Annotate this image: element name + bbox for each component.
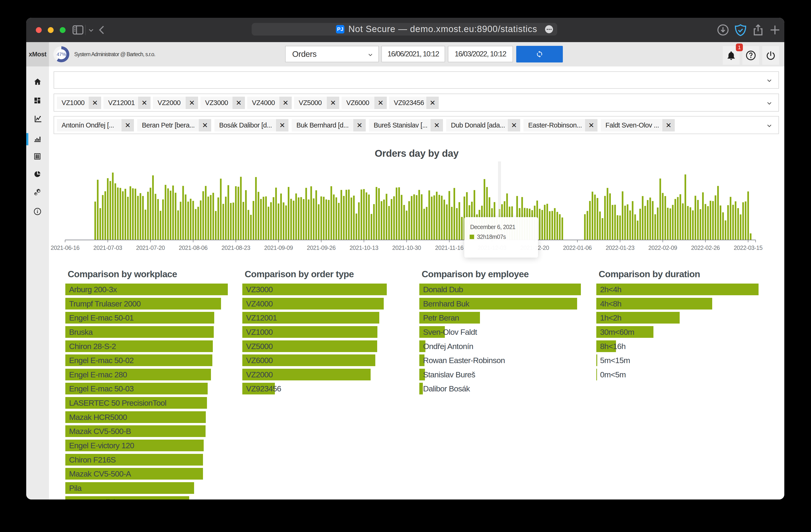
svg-text:2021-09-26: 2021-09-26 (307, 245, 336, 251)
svg-text:2021-09-09: 2021-09-09 (264, 245, 293, 251)
svg-text:2021-06-16: 2021-06-16 (51, 245, 80, 251)
svg-text:2021-07-03: 2021-07-03 (93, 245, 122, 251)
svg-text:2021-10-30: 2021-10-30 (392, 245, 421, 251)
svg-text:2021-11-16: 2021-11-16 (435, 245, 463, 251)
svg-text:2021-08-23: 2021-08-23 (221, 245, 250, 251)
svg-text:2022-01-23: 2022-01-23 (606, 245, 634, 251)
svg-text:2021-10-13: 2021-10-13 (350, 245, 378, 251)
svg-text:47%: 47% (57, 52, 66, 57)
svg-text:2021-07-20: 2021-07-20 (136, 245, 165, 251)
svg-text:2022-03-15: 2022-03-15 (734, 245, 763, 251)
svg-text:2022-02-26: 2022-02-26 (691, 245, 720, 251)
svg-text:2022-01-06: 2022-01-06 (563, 245, 592, 251)
svg-text:2022-02-09: 2022-02-09 (648, 245, 677, 251)
svg-text:2021-08-06: 2021-08-06 (179, 245, 208, 251)
